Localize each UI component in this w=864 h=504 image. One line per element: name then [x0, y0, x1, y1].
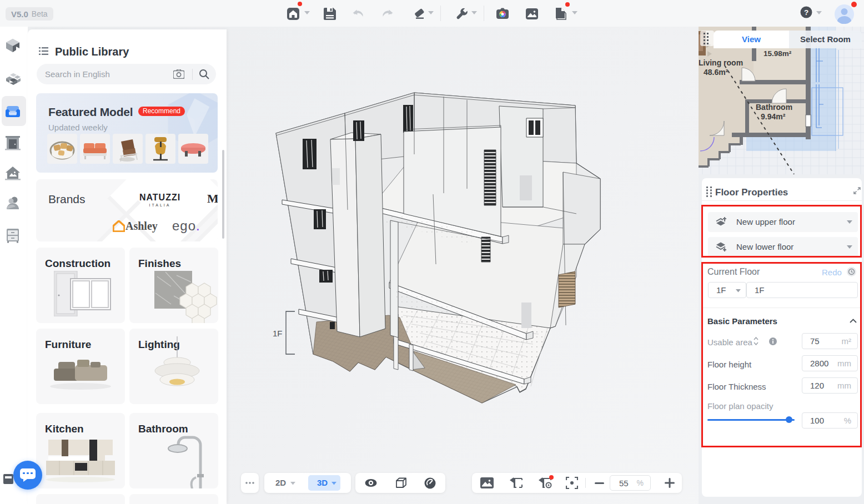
svg-text:1F: 1F — [273, 329, 283, 338]
svg-text:Living room: Living room — [699, 58, 743, 67]
svg-text:15.98m²: 15.98m² — [763, 49, 792, 58]
svg-text:48.6m²: 48.6m² — [704, 68, 729, 77]
svg-text:?: ? — [804, 8, 808, 17]
svg-text:9.94m²: 9.94m² — [761, 112, 786, 121]
svg-text:Bathroom: Bathroom — [756, 103, 792, 112]
